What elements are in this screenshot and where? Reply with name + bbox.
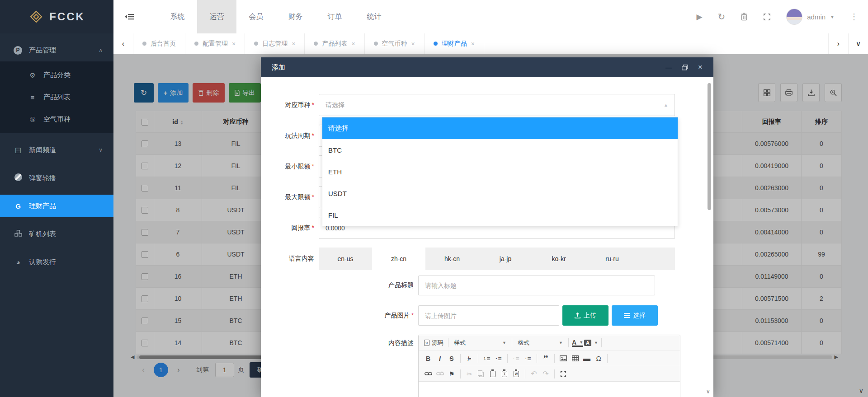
anchor-flag-button[interactable]: ⚑ xyxy=(446,369,457,379)
cut-button[interactable]: ✂ xyxy=(464,369,475,379)
styles-combo[interactable]: 样式▼ xyxy=(451,339,509,347)
minimize-icon[interactable]: — xyxy=(665,64,672,71)
strike-button[interactable]: S xyxy=(446,353,457,364)
table-button[interactable] xyxy=(570,353,580,364)
option-usdt[interactable]: USDT xyxy=(322,182,678,204)
ordered-list-button[interactable]: 1≡ xyxy=(481,353,492,364)
play-icon[interactable]: ▶ xyxy=(696,12,702,22)
remove-format-button[interactable]: Ix xyxy=(464,353,475,364)
tabs-scroll-left-icon[interactable]: ‹ xyxy=(113,33,133,54)
tab-logs[interactable]: 日志管理 × xyxy=(245,33,305,54)
fullscreen-icon[interactable] xyxy=(763,13,771,21)
image-button[interactable] xyxy=(558,353,569,364)
lang-tab-ko-kr[interactable]: ko-kr xyxy=(532,248,585,270)
sidebar-item-news-channel[interactable]: ▤ 新闻频道 ∨ xyxy=(0,139,113,161)
coin-select[interactable]: 请选择 ▲ xyxy=(319,94,675,116)
dialog-body: 对应币种* 请选择 ▲ 玩法周期* 最小限额* 最大限额* xyxy=(261,77,713,397)
sidebar-item-subscription-issue[interactable]: ◕ 认购发行 xyxy=(0,251,113,273)
sidebar-group-product-mgmt[interactable]: P 产品管理 ∧ xyxy=(0,39,113,61)
lang-tab-zh-cn[interactable]: zh-cn xyxy=(372,248,425,270)
user-menu[interactable]: admin ▼ xyxy=(786,9,835,25)
copy-button[interactable] xyxy=(476,369,486,379)
blockquote-button[interactable]: ” xyxy=(540,353,551,364)
lang-tab-en-us[interactable]: en-us xyxy=(319,248,372,270)
more-dots-icon[interactable]: ⋮ xyxy=(850,12,858,22)
tab-dot xyxy=(314,42,318,46)
paste-text-button[interactable]: T xyxy=(499,369,510,379)
bg-color-button[interactable]: A▼ xyxy=(584,337,598,348)
format-combo[interactable]: 格式▼ xyxy=(515,339,566,347)
sidebar-item-popup-carousel[interactable]: 弹窗轮播 xyxy=(0,167,113,189)
sidebar-item-finance-product[interactable]: G 理财产品 xyxy=(0,195,113,217)
menu-member[interactable]: 会员 xyxy=(236,0,276,33)
redo-button[interactable]: ↷ xyxy=(540,369,551,379)
menu-order[interactable]: 订单 xyxy=(315,0,354,33)
app-screen: FCCK P 产品管理 ∧ ⚙ 产品分类 ≡ 产品列表 ⑤ 空气币种 ▤ 新闻频… xyxy=(0,0,868,397)
paste-button[interactable] xyxy=(487,369,498,379)
modal-scrollbar-thumb[interactable] xyxy=(708,83,711,210)
modal-scroll-down-icon[interactable]: ∨ xyxy=(706,388,710,395)
close-icon[interactable]: × xyxy=(471,40,475,47)
upload-button[interactable]: 上传 xyxy=(562,305,609,326)
option-fil[interactable]: FIL xyxy=(322,204,678,226)
product-title-input[interactable] xyxy=(418,276,655,295)
sidebar-item-product-category[interactable]: ⚙ 产品分类 xyxy=(0,64,113,86)
option-btc[interactable]: BTC xyxy=(322,139,678,161)
close-icon[interactable]: × xyxy=(411,40,415,47)
option-placeholder[interactable]: 请选择 xyxy=(322,117,678,139)
tab-home[interactable]: 后台首页 xyxy=(133,33,185,54)
indent-button[interactable]: ›≡ xyxy=(523,353,533,364)
restore-icon[interactable] xyxy=(682,65,688,70)
close-icon[interactable]: × xyxy=(351,40,355,47)
undo-button[interactable]: ↶ xyxy=(528,369,539,379)
tab-config[interactable]: 配置管理 × xyxy=(185,33,245,54)
bullet-list-button[interactable]: •≡ xyxy=(493,353,504,364)
italic-button[interactable]: I xyxy=(434,353,445,364)
close-icon[interactable]: × xyxy=(232,40,236,47)
language-tabs: en-us zh-cn hk-cn ja-jp ko-kr ru-ru xyxy=(319,248,675,270)
paste-word-button[interactable]: W xyxy=(511,369,522,379)
sidebar-item-product-list[interactable]: ≡ 产品列表 xyxy=(0,86,113,108)
sidebar-group-label: 产品管理 xyxy=(29,46,92,55)
text-color-button[interactable]: A▼ xyxy=(572,339,583,347)
collapse-menu-icon[interactable] xyxy=(113,13,145,20)
trash-icon[interactable] xyxy=(741,13,748,21)
close-icon[interactable]: × xyxy=(698,63,703,72)
min-label: 最小限额* xyxy=(261,163,319,171)
editor-content[interactable] xyxy=(419,381,680,397)
lang-tab-ru-ru[interactable]: ru-ru xyxy=(585,248,639,270)
menu-stats[interactable]: 统计 xyxy=(354,0,394,33)
bold-button[interactable]: B xyxy=(423,353,434,364)
menu-operation[interactable]: 运营 xyxy=(197,0,236,33)
lang-tab-hk-cn[interactable]: hk-cn xyxy=(425,248,479,270)
maximize-button[interactable] xyxy=(558,369,569,379)
tab-finance-product[interactable]: 理财产品 × xyxy=(425,33,484,54)
sidebar-item-air-coin[interactable]: ⑤ 空气币种 xyxy=(0,108,113,131)
product-image-input[interactable] xyxy=(418,305,559,326)
tab-product-list[interactable]: 产品列表 × xyxy=(305,33,364,54)
special-char-button[interactable]: Ω xyxy=(593,353,604,364)
outdent-button[interactable]: ‹≡ xyxy=(511,353,522,364)
option-eth[interactable]: ETH xyxy=(322,161,678,182)
tabs-dropdown-icon[interactable]: ∨ xyxy=(848,33,868,54)
menu-system[interactable]: 系统 xyxy=(158,0,197,33)
menu-finance[interactable]: 财务 xyxy=(276,0,315,33)
list-icon xyxy=(624,313,630,318)
gear-icon: ⚙ xyxy=(28,71,37,79)
dialog-header[interactable]: 添加 — × xyxy=(261,57,713,77)
chevron-up-icon: ∧ xyxy=(99,47,103,53)
dialog-title: 添加 xyxy=(272,63,665,72)
sidebar-submenu: ⚙ 产品分类 ≡ 产品列表 ⑤ 空气币种 xyxy=(0,61,113,133)
link-button[interactable] xyxy=(423,369,434,379)
tabs-scroll-right-icon[interactable]: › xyxy=(828,33,848,54)
source-button[interactable]: ‹›源码 xyxy=(422,339,445,347)
hr-button[interactable]: ▬ xyxy=(581,353,592,364)
close-icon[interactable]: × xyxy=(292,40,295,47)
refresh-icon[interactable]: ↻ xyxy=(717,11,725,22)
sidebar-item-miner-list[interactable]: 矿机列表 xyxy=(0,223,113,245)
lang-tab-ja-jp[interactable]: ja-jp xyxy=(479,248,532,270)
unlink-button[interactable] xyxy=(434,369,445,379)
choose-button[interactable]: 选择 xyxy=(612,305,658,326)
tab-air-coin[interactable]: 空气币种 × xyxy=(365,33,425,54)
brand-logo[interactable]: FCCK xyxy=(0,0,113,33)
